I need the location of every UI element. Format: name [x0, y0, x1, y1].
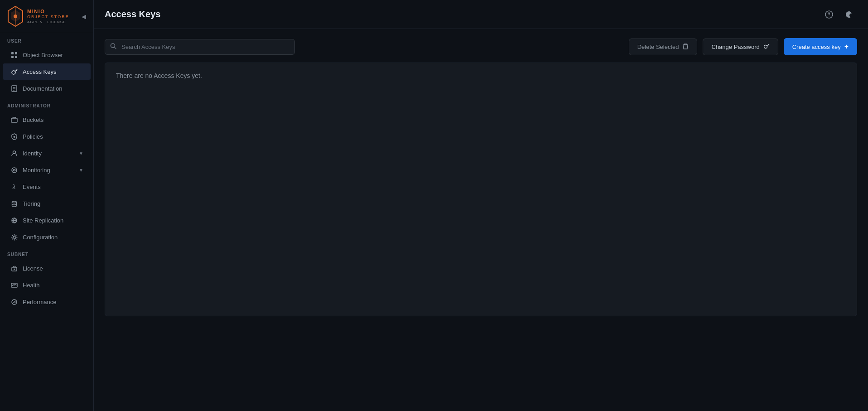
sidebar-section-user: User Object Browser Access Keys Document…: [0, 32, 93, 97]
change-password-label: Change Password: [711, 44, 759, 50]
sidebar-item-site-replication[interactable]: Site Replication: [3, 212, 91, 228]
toolbar: Delete Selected Change Password Create a…: [105, 38, 857, 55]
svg-point-32: [829, 15, 829, 16]
svg-point-22: [12, 201, 16, 203]
svg-point-39: [764, 45, 767, 48]
help-button[interactable]: [821, 6, 837, 23]
svg-point-16: [13, 136, 15, 138]
svg-point-25: [13, 236, 15, 238]
svg-rect-4: [11, 52, 14, 54]
svg-point-17: [13, 151, 15, 154]
sidebar-item-configuration[interactable]: Configuration: [3, 229, 91, 245]
topbar-icons: [821, 6, 857, 23]
svg-point-19: [13, 169, 15, 171]
sidebar-item-label-tiering: Tiering: [23, 200, 83, 207]
sidebar-item-label-documentation: Documentation: [23, 85, 83, 92]
svg-rect-6: [11, 56, 14, 58]
events-icon: λ: [10, 183, 18, 191]
sidebar-item-identity[interactable]: Identity ▼: [3, 145, 91, 161]
sidebar-item-health[interactable]: Health: [3, 277, 91, 293]
policies-icon: [10, 132, 18, 140]
sidebar-item-label-policies: Policies: [23, 133, 83, 140]
logo-icon: [7, 5, 24, 27]
svg-line-41: [768, 44, 769, 45]
sidebar-item-label-access-keys: Access Keys: [23, 68, 83, 75]
logo-license: AGPL v · LICENSE: [27, 20, 69, 24]
topbar: Access Keys: [94, 0, 868, 29]
search-wrapper: [105, 39, 295, 55]
sidebar-item-policies[interactable]: Policies: [3, 128, 91, 145]
configuration-icon: [10, 233, 18, 241]
empty-state-message: There are no Access Keys yet.: [116, 72, 202, 79]
sidebar-collapse-icon[interactable]: ◀: [82, 13, 86, 20]
license-icon: [10, 264, 18, 272]
sidebar-item-performance[interactable]: Performance: [3, 294, 91, 310]
create-access-key-button[interactable]: Create access key +: [784, 38, 857, 55]
sidebar: minio OBJECT STORE AGPL v · LICENSE ◀ Us…: [0, 0, 94, 411]
section-label-subnet: Subnet: [0, 246, 93, 260]
plus-icon: +: [844, 43, 849, 51]
monitoring-chevron-icon: ▼: [79, 168, 83, 173]
sidebar-item-label-buckets: Buckets: [23, 116, 83, 123]
performance-icon: [10, 298, 18, 306]
buckets-icon: [10, 116, 18, 124]
sidebar-item-label-configuration: Configuration: [23, 234, 83, 241]
identity-chevron-icon: ▼: [79, 151, 83, 156]
main-content: Access Keys Delete Selected: [94, 0, 868, 411]
sidebar-section-subnet: Subnet License Health Performance: [0, 246, 93, 310]
logo: minio OBJECT STORE AGPL v · LICENSE ◀: [0, 0, 93, 32]
delete-selected-button[interactable]: Delete Selected: [629, 39, 698, 55]
sidebar-item-buckets[interactable]: Buckets: [3, 111, 91, 128]
sidebar-item-tiering[interactable]: Tiering: [3, 195, 91, 212]
sidebar-item-license[interactable]: License: [3, 260, 91, 276]
sidebar-item-label-license: License: [23, 265, 83, 272]
delete-selected-label: Delete Selected: [637, 44, 679, 50]
create-access-key-label: Create access key: [792, 44, 841, 50]
sidebar-item-monitoring[interactable]: Monitoring ▼: [3, 162, 91, 178]
sidebar-item-object-browser[interactable]: Object Browser: [3, 47, 91, 63]
health-icon: [10, 281, 18, 289]
svg-point-27: [14, 268, 15, 270]
change-password-button[interactable]: Change Password: [703, 39, 778, 55]
logo-store: OBJECT STORE: [27, 15, 69, 19]
documentation-icon: [10, 84, 18, 92]
content-area: Delete Selected Change Password Create a…: [94, 29, 868, 411]
sidebar-item-label-object-browser: Object Browser: [23, 52, 83, 58]
sidebar-item-access-keys[interactable]: Access Keys: [3, 63, 91, 80]
access-keys-icon: [10, 68, 18, 76]
sidebar-item-label-events: Events: [23, 184, 83, 190]
sidebar-item-label-performance: Performance: [23, 299, 83, 305]
sidebar-item-label-identity: Identity: [23, 150, 74, 157]
tiering-icon: [10, 199, 18, 208]
svg-rect-5: [15, 52, 17, 54]
sidebar-section-administrator: Administrator Buckets Policies Identity …: [0, 97, 93, 246]
section-label-user: User: [0, 32, 93, 46]
svg-line-10: [16, 70, 17, 71]
logo-text: minio OBJECT STORE AGPL v · LICENSE: [27, 9, 69, 24]
search-icon: [110, 43, 116, 51]
trash-icon: [682, 43, 689, 51]
svg-rect-15: [11, 118, 17, 122]
identity-icon: [10, 149, 18, 157]
sidebar-item-documentation[interactable]: Documentation: [3, 80, 91, 97]
page-title: Access Keys: [105, 9, 814, 19]
sidebar-item-label-health: Health: [23, 282, 83, 289]
svg-line-30: [14, 301, 15, 302]
svg-line-34: [115, 47, 116, 49]
site-replication-icon: [10, 216, 18, 224]
theme-toggle-button[interactable]: [841, 6, 857, 23]
sidebar-item-label-monitoring: Monitoring: [23, 167, 74, 174]
svg-point-3: [14, 15, 17, 18]
logo-brand: minio: [27, 9, 69, 14]
empty-state-area: There are no Access Keys yet.: [105, 63, 857, 316]
sidebar-item-events[interactable]: λ Events: [3, 179, 91, 195]
monitoring-icon: [10, 166, 18, 174]
object-browser-icon: [10, 51, 18, 59]
key-icon: [763, 43, 770, 51]
section-label-administrator: Administrator: [0, 97, 93, 111]
svg-rect-7: [15, 56, 17, 58]
search-input[interactable]: [105, 39, 295, 55]
sidebar-item-label-site-replication: Site Replication: [23, 217, 83, 224]
